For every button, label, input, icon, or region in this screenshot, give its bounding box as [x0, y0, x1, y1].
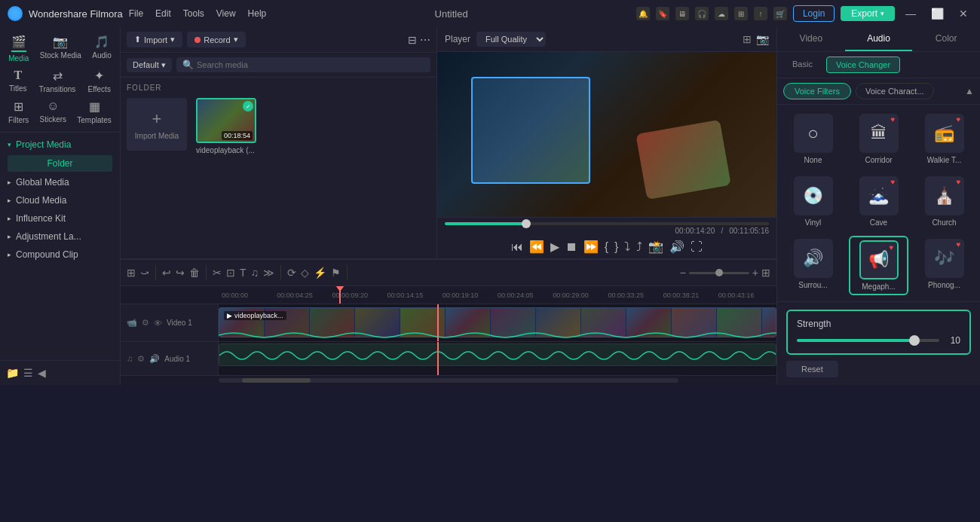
list-view-button[interactable]: ☰: [23, 367, 33, 379]
tab-color[interactable]: Color: [912, 27, 980, 51]
speed-button[interactable]: ⚡: [314, 267, 326, 279]
mark-in-button[interactable]: {: [605, 240, 608, 254]
video-track-content[interactable]: ▶ videoplayback...: [219, 304, 776, 341]
more-button[interactable]: ≫: [263, 267, 274, 279]
cart-icon[interactable]: 🛒: [773, 7, 787, 20]
subtab-basic[interactable]: Basic: [783, 56, 822, 73]
tool-media[interactable]: 🎬 Media: [4, 32, 33, 66]
reset-button[interactable]: Reset: [786, 361, 838, 377]
loop-button[interactable]: ⟳: [287, 267, 296, 279]
zoom-out-button[interactable]: −: [680, 267, 686, 279]
ripple-button[interactable]: ⤻: [140, 267, 149, 279]
redo-button[interactable]: ↪: [176, 267, 185, 279]
menu-file[interactable]: File: [129, 8, 143, 19]
tool-filters[interactable]: ⊞ Filters: [4, 96, 33, 127]
tree-folder[interactable]: Folder: [8, 155, 112, 172]
voice-filters-button[interactable]: Voice Filters: [783, 83, 851, 99]
grid-overlay-button[interactable]: ⊞: [761, 267, 770, 279]
default-select[interactable]: Default ▾: [127, 58, 172, 72]
vf-corridor[interactable]: ♥ 🏛 Corridor: [849, 111, 908, 167]
strength-slider[interactable]: [797, 339, 939, 342]
minimize-button[interactable]: —: [901, 8, 920, 20]
vf-vinyl[interactable]: 💿 Vinyl: [783, 173, 843, 230]
tree-influence-kit[interactable]: ▸ Influence Kit: [0, 209, 120, 227]
undo-button[interactable]: ↩: [162, 267, 171, 279]
step-back-button[interactable]: ⏪: [529, 240, 544, 254]
tool-stock-media[interactable]: 📷 Stock Media: [35, 32, 86, 66]
tab-video[interactable]: Video: [777, 27, 845, 51]
tab-audio[interactable]: Audio: [845, 27, 913, 51]
new-folder-button[interactable]: 📁: [6, 367, 19, 379]
tree-adjustment-layer[interactable]: ▸ Adjustment La...: [0, 227, 120, 246]
subtab-voice-changer[interactable]: Voice Changer: [826, 56, 900, 73]
tree-compound-clip[interactable]: ▸ Compound Clip: [0, 246, 120, 264]
tool-effects[interactable]: ✦ Effects: [84, 66, 115, 96]
time-bar-thumb[interactable]: [522, 219, 531, 228]
vf-megaphone[interactable]: ♥ 📢 Megaph...: [849, 236, 908, 295]
search-input[interactable]: [197, 60, 424, 69]
login-button[interactable]: Login: [793, 5, 835, 22]
video-track-settings-button[interactable]: ⚙: [142, 318, 149, 328]
marker-button[interactable]: ⚑: [331, 267, 341, 279]
tool-transitions[interactable]: ⇄ Transitions: [35, 66, 81, 96]
menu-help[interactable]: Help: [248, 8, 267, 19]
collapse-right-button[interactable]: ▲: [965, 86, 974, 96]
split-view-button[interactable]: ⊞: [127, 267, 136, 279]
vf-phonograph[interactable]: ♥ 🎶 Phonog...: [914, 236, 974, 295]
grid-icon[interactable]: ⊞: [734, 7, 748, 20]
insert-button[interactable]: ⤴: [636, 240, 642, 254]
monitor-icon[interactable]: 🖥: [675, 7, 689, 20]
menu-view[interactable]: View: [216, 8, 236, 19]
keyframe-button[interactable]: ◇: [301, 267, 309, 279]
scrollbar-thumb[interactable]: [242, 378, 311, 383]
step-forward-button[interactable]: ⏩: [583, 240, 599, 254]
tool-stickers[interactable]: ☺ Stickers: [35, 96, 72, 127]
import-placeholder[interactable]: + Import Media: [127, 98, 187, 151]
import-button[interactable]: ⬆ Import ▾: [127, 32, 182, 47]
sort-button[interactable]: ⊟: [408, 34, 417, 46]
time-bar[interactable]: [445, 222, 769, 225]
zoom-in-button[interactable]: +: [752, 267, 758, 279]
maximize-button[interactable]: ⬜: [926, 8, 948, 20]
collapse-panel-button[interactable]: ◀: [38, 367, 46, 379]
fullscreen-button[interactable]: ⛶: [691, 240, 703, 254]
video-track-eye-button[interactable]: 👁: [154, 319, 162, 328]
snapshot-icon[interactable]: 📷: [756, 33, 769, 45]
crop-button[interactable]: ⊡: [226, 267, 235, 279]
notification-icon[interactable]: 🔔: [636, 7, 650, 20]
vf-cave[interactable]: ♥ 🗻 Cave: [849, 173, 908, 230]
zoom-slider[interactable]: [689, 272, 749, 274]
play-button[interactable]: ▶: [550, 240, 559, 254]
extract-button[interactable]: ⤵: [624, 240, 630, 254]
go-to-start-button[interactable]: ⏮: [511, 240, 523, 254]
menu-edit[interactable]: Edit: [155, 8, 171, 19]
scrollbar-track[interactable]: [219, 378, 678, 383]
vf-walkie[interactable]: ♥ 📻 Walkie T...: [914, 111, 974, 167]
audio-track-settings-button[interactable]: ⚙: [137, 354, 145, 364]
tool-titles[interactable]: T Titles: [5, 66, 32, 96]
delete-button[interactable]: 🗑: [189, 267, 200, 279]
share-icon[interactable]: ↑: [754, 7, 767, 20]
media-thumbnail[interactable]: 00:18:54 ✓ videoplayback (...: [196, 98, 256, 154]
vf-surround[interactable]: 🔊 Surrou...: [783, 236, 843, 295]
headphone-icon[interactable]: 🎧: [695, 7, 709, 20]
video-track-camera-button[interactable]: 📹: [127, 318, 137, 328]
tree-project-media[interactable]: ▾ Project Media: [0, 136, 120, 154]
audio-track-note-button[interactable]: ♫: [127, 354, 133, 363]
tree-cloud-media[interactable]: ▸ Cloud Media: [0, 191, 120, 209]
vf-none[interactable]: ○ None: [783, 111, 843, 167]
bookmark-icon[interactable]: 🔖: [656, 7, 669, 20]
mark-out-button[interactable]: }: [614, 240, 618, 254]
close-button[interactable]: ✕: [954, 8, 972, 20]
audio-btn[interactable]: 🔊: [669, 240, 684, 254]
cut-button[interactable]: ✂: [213, 267, 222, 279]
audio-clip-button[interactable]: ♫: [251, 267, 259, 279]
grid-view-icon[interactable]: ⊞: [743, 33, 752, 45]
audio-clip[interactable]: [219, 343, 776, 366]
record-button[interactable]: Record ▾: [187, 32, 245, 47]
vf-church[interactable]: ♥ ⛪ Church: [914, 173, 974, 230]
text-button[interactable]: T: [240, 267, 247, 279]
more-options-button[interactable]: ⋯: [420, 34, 430, 46]
audio-track-volume-button[interactable]: 🔊: [149, 354, 160, 364]
tree-global-media[interactable]: ▸ Global Media: [0, 173, 120, 191]
